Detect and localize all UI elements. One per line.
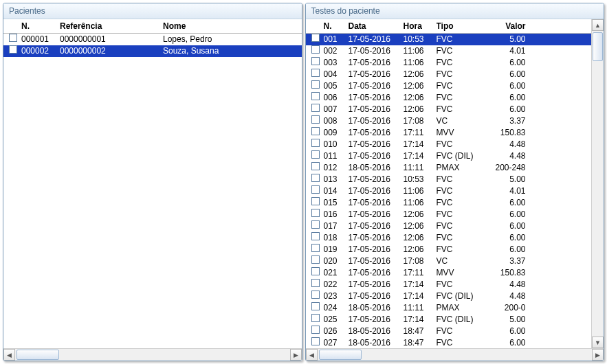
tests-hscroll-thumb[interactable] [319,350,362,360]
test-row[interactable]: 02618-05-201618:47FVC6.00 [306,326,592,337]
row-checkbox[interactable] [311,104,320,112]
test-data: 17-05-2016 [349,57,404,69]
scroll-left-icon[interactable]: ◀ [3,349,15,361]
row-checkbox[interactable] [311,92,320,100]
row-checkbox[interactable] [311,185,320,194]
row-checkbox[interactable] [311,255,320,264]
test-valor: 6.00 [485,244,529,255]
test-n: 026 [324,326,349,337]
test-row[interactable]: 00817-05-201617:08VC3.37 [306,115,592,127]
row-checkbox[interactable] [311,127,320,135]
row-checkbox[interactable] [311,209,320,217]
tests-hscroll-track[interactable] [318,349,593,361]
patients-header-ref[interactable]: Referência [60,21,163,31]
test-hora: 18:47 [404,337,437,348]
row-checkbox[interactable] [311,139,320,147]
test-data: 17-05-2016 [349,220,404,232]
test-row[interactable]: 00917-05-201617:11MVV150.83 [306,127,592,139]
row-checkbox[interactable] [311,174,320,182]
test-row[interactable]: 00317-05-201611:06FVC6.00 [306,57,592,69]
scroll-right-icon[interactable]: ▶ [592,349,604,361]
row-checkbox[interactable] [311,162,320,170]
tests-header-valor[interactable]: Valor [485,21,529,31]
row-checkbox[interactable] [311,150,320,159]
row-checkbox[interactable] [311,337,320,345]
patient-row[interactable]: 0000010000000001Lopes, Pedro [3,34,302,45]
test-row[interactable]: 00717-05-201612:06FVC6.00 [306,104,592,115]
test-row[interactable]: 02418-05-201611:11PMAX200-0 [306,302,592,314]
tests-vscrollbar[interactable]: ▲ ▼ [591,19,604,348]
test-row[interactable]: 01617-05-201612:06FVC6.00 [306,209,592,220]
test-valor: 150.83 [485,127,529,139]
test-row[interactable]: 00117-05-201610:53FVC5.00 [306,34,592,45]
scroll-right-icon[interactable]: ▶ [290,349,302,361]
test-row[interactable]: 02217-05-201617:14FVC4.48 [306,279,592,291]
test-row[interactable]: 01417-05-201611:06FVC4.01 [306,185,592,197]
test-hora: 11:11 [404,162,437,174]
scroll-left-icon[interactable]: ◀ [306,349,318,361]
scroll-up-icon[interactable]: ▲ [592,19,604,31]
test-data: 17-05-2016 [349,267,404,279]
row-checkbox[interactable] [311,232,320,240]
row-checkbox[interactable] [311,34,320,42]
test-tipo: FVC [437,80,485,92]
test-row[interactable]: 01017-05-201617:14FVC4.48 [306,139,592,150]
test-row[interactable]: 01117-05-201617:14FVC (DIL)4.48 [306,150,592,162]
test-data: 17-05-2016 [349,291,404,302]
tests-header-hora[interactable]: Hora [404,21,437,31]
test-valor: 4.01 [485,45,529,57]
test-row[interactable]: 00417-05-201612:06FVC6.00 [306,69,592,80]
tests-vscroll-thumb[interactable] [593,32,603,61]
row-checkbox[interactable] [311,115,320,124]
patient-row[interactable]: 0000020000000002Souza, Susana [3,45,302,57]
tests-rows: 00117-05-201610:53FVC5.0000217-05-201611… [306,34,592,348]
row-checkbox[interactable] [311,267,320,275]
tests-header-data[interactable]: Data [349,21,404,31]
test-row[interactable]: 01917-05-201612:06FVC6.00 [306,244,592,255]
tests-header-tipo[interactable]: Tipo [437,21,485,31]
row-checkbox[interactable] [311,45,320,54]
row-checkbox[interactable] [311,197,320,205]
test-row[interactable]: 01817-05-201612:06FVC6.00 [306,232,592,244]
scroll-down-icon[interactable]: ▼ [592,337,604,348]
patients-hscrollbar[interactable]: ◀ ▶ [3,348,302,361]
tests-vscroll-track[interactable] [592,31,604,337]
test-row[interactable]: 02017-05-201617:08VC3.37 [306,255,592,267]
test-tipo: MVV [437,127,485,139]
row-checkbox[interactable] [311,302,320,310]
patients-header-n[interactable]: N. [21,21,60,31]
row-checkbox[interactable] [311,279,320,287]
test-row[interactable]: 01717-05-201612:06FVC6.00 [306,220,592,232]
app-root: Pacientes N. Referência Nome 00000100000… [0,0,607,364]
test-row[interactable]: 00217-05-201611:06FVC4.01 [306,45,592,57]
test-row[interactable]: 02718-05-201618:47FVC6.00 [306,337,592,348]
test-tipo: FVC [437,337,485,348]
row-checkbox[interactable] [311,220,320,229]
test-row[interactable]: 00517-05-201612:06FVC6.00 [306,80,592,92]
row-checkbox[interactable] [311,80,320,89]
row-checkbox[interactable] [311,57,320,65]
test-row[interactable]: 02517-05-201617:14FVC (DIL)5.00 [306,314,592,326]
test-row[interactable]: 02317-05-201617:14FVC (DIL)4.48 [306,291,592,302]
row-checkbox[interactable] [9,45,17,54]
test-row[interactable]: 01218-05-201611:11PMAX200-248 [306,162,592,174]
patients-header-nome[interactable]: Nome [163,21,298,31]
test-valor: 6.00 [485,80,529,92]
test-n: 016 [324,209,349,220]
test-valor: 6.00 [485,209,529,220]
row-checkbox[interactable] [9,34,17,42]
row-checkbox[interactable] [311,244,320,252]
row-checkbox[interactable] [311,291,320,299]
row-checkbox[interactable] [311,69,320,77]
row-checkbox[interactable] [311,326,320,334]
patients-hscroll-thumb[interactable] [16,350,59,360]
test-row[interactable]: 02117-05-201617:11MVV150.83 [306,267,592,279]
test-row[interactable]: 00617-05-201612:06FVC6.00 [306,92,592,104]
tests-hscrollbar[interactable]: ◀ ▶ [306,348,604,361]
test-row[interactable]: 01517-05-201611:06FVC6.00 [306,197,592,209]
test-tipo: PMAX [437,162,485,174]
patients-hscroll-track[interactable] [15,349,290,361]
test-row[interactable]: 01317-05-201610:53FVC5.00 [306,174,592,185]
tests-header-n[interactable]: N. [324,21,349,31]
row-checkbox[interactable] [311,314,320,322]
